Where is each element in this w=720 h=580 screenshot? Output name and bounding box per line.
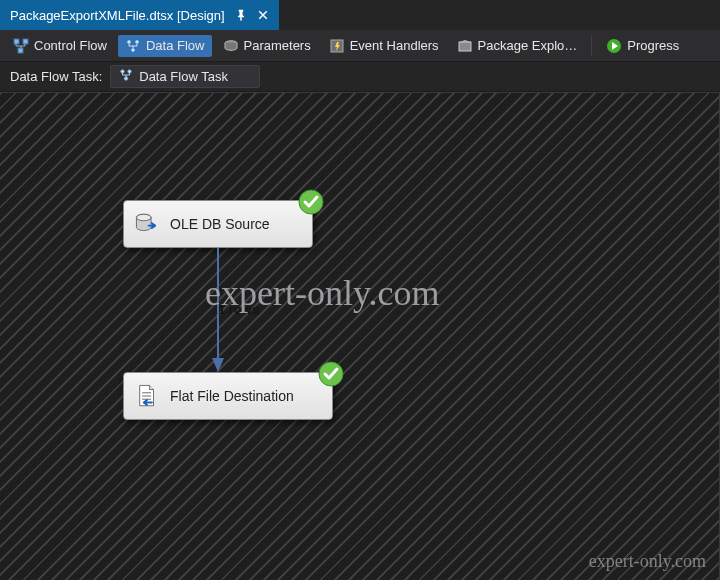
tab-data-flow[interactable]: Data Flow <box>118 35 212 57</box>
document-tab-strip: PackageExportXMLFile.dtsx [Design] <box>0 0 720 30</box>
success-badge-icon <box>318 361 344 387</box>
task-selector-value: Data Flow Task <box>139 69 228 84</box>
document-tab-title: PackageExportXMLFile.dtsx [Design] <box>10 8 225 23</box>
svg-point-16 <box>136 214 151 221</box>
task-selector-label: Data Flow Task: <box>10 69 102 84</box>
tab-parameters[interactable]: Parameters <box>216 35 318 57</box>
success-badge-icon <box>298 189 324 215</box>
package-explorer-icon <box>457 38 473 54</box>
svg-rect-0 <box>14 39 19 44</box>
svg-point-3 <box>127 39 132 44</box>
node-label: Flat File Destination <box>170 388 294 404</box>
tab-package-explorer[interactable]: Package Explo… <box>450 35 585 57</box>
svg-point-12 <box>121 70 125 74</box>
tab-control-flow[interactable]: Control Flow <box>6 35 114 57</box>
svg-point-13 <box>128 70 132 74</box>
node-label: OLE DB Source <box>170 216 270 232</box>
flat-file-destination-icon <box>134 383 160 409</box>
data-flow-icon <box>119 68 133 85</box>
event-handlers-icon <box>329 38 345 54</box>
svg-point-5 <box>131 47 136 52</box>
tab-label: Control Flow <box>34 38 107 53</box>
parameters-icon <box>223 38 239 54</box>
database-source-icon <box>134 211 160 237</box>
svg-rect-2 <box>18 48 23 53</box>
node-ole-db-source[interactable]: OLE DB Source <box>123 200 313 248</box>
toolbar-separator <box>591 36 592 56</box>
design-canvas[interactable]: OLE DB Source 1 rows Flat File Destinati… <box>0 92 720 580</box>
designer-toolbar: Control Flow Data Flow Parameters <box>0 30 720 62</box>
tab-progress[interactable]: Progress <box>599 35 686 57</box>
control-flow-icon <box>13 38 29 54</box>
svg-point-4 <box>135 39 140 44</box>
task-selector-dropdown[interactable]: Data Flow Task <box>110 65 260 88</box>
pin-icon[interactable] <box>235 9 247 21</box>
task-selector-bar: Data Flow Task: Data Flow Task <box>0 62 720 92</box>
progress-icon <box>606 38 622 54</box>
tab-label: Parameters <box>244 38 311 53</box>
svg-rect-1 <box>23 39 28 44</box>
svg-point-14 <box>125 77 129 81</box>
node-flat-file-destination[interactable]: Flat File Destination <box>123 372 333 420</box>
document-tab[interactable]: PackageExportXMLFile.dtsx [Design] <box>0 0 279 30</box>
tab-label: Event Handlers <box>350 38 439 53</box>
data-flow-icon <box>125 38 141 54</box>
tab-label: Progress <box>627 38 679 53</box>
canvas-background <box>0 92 720 580</box>
connector-rows-label: 1 rows <box>218 302 259 317</box>
tab-event-handlers[interactable]: Event Handlers <box>322 35 446 57</box>
tab-label: Package Explo… <box>478 38 578 53</box>
close-icon[interactable] <box>257 9 269 21</box>
svg-marker-19 <box>212 358 224 372</box>
svg-rect-9 <box>459 42 471 51</box>
tab-label: Data Flow <box>146 38 205 53</box>
